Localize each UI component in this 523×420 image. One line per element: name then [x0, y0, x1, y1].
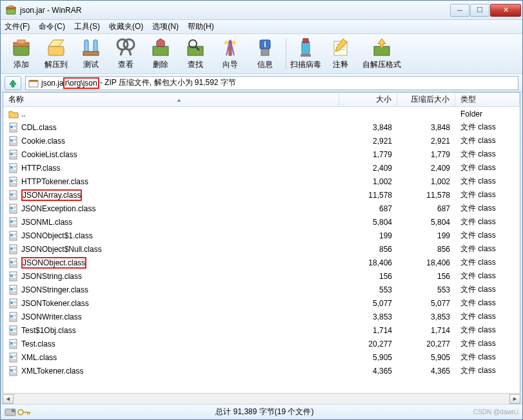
- menu-file[interactable]: 文件(F): [5, 21, 30, 32]
- svg-rect-24: [302, 41, 310, 54]
- sfx-button[interactable]: 自解压格式: [359, 37, 405, 72]
- svg-text:i: i: [264, 40, 266, 49]
- file-name: Test$1Obj.class: [21, 326, 76, 335]
- menu-bar: 文件(F) 命令(C) 工具(S) 收藏夹(O) 选项(N) 帮助(H): [1, 20, 522, 34]
- extract-icon: [46, 37, 66, 58]
- svg-rect-107: [10, 288, 13, 291]
- file-rows: ..FolderCDL.class3,8483,848文件 classCooki…: [3, 107, 520, 393]
- table-row[interactable]: XMLTokener.class4,3654,365文件 class: [3, 364, 520, 377]
- add-icon: [11, 37, 32, 58]
- disk-icon: [5, 408, 16, 417]
- table-row[interactable]: Test$1Obj.class1,7141,714文件 class: [3, 323, 520, 337]
- file-packed: 11,578: [397, 188, 455, 202]
- table-row[interactable]: Test.class20,27720,277文件 class: [3, 337, 520, 350]
- file-type: 文件 class: [455, 161, 520, 175]
- table-row[interactable]: CDL.class3,8483,848文件 class: [3, 120, 520, 134]
- file-size: 18,406: [339, 256, 397, 269]
- file-packed: 687: [397, 202, 455, 215]
- file-size: 3,853: [339, 310, 397, 323]
- table-row[interactable]: Cookie.class2,9212,921文件 class: [3, 134, 520, 148]
- file-size: 156: [339, 269, 397, 283]
- table-row[interactable]: CookieList.class1,7791,779文件 class: [3, 148, 520, 161]
- close-button[interactable]: ✕: [490, 4, 521, 17]
- menu-help[interactable]: 帮助(H): [188, 21, 214, 32]
- table-row[interactable]: JSONWriter.class3,8533,853文件 class: [3, 310, 520, 323]
- parent-row[interactable]: ..Folder: [3, 107, 520, 120]
- table-row[interactable]: JSONObject.class18,40618,406文件 class: [3, 256, 520, 269]
- menu-commands[interactable]: 命令(C): [39, 21, 65, 32]
- svg-rect-6: [48, 46, 64, 55]
- info-button[interactable]: i信息: [248, 37, 282, 72]
- file-size: 5,077: [339, 296, 397, 310]
- wizard-button[interactable]: 向导: [213, 37, 247, 72]
- find-button[interactable]: 查找: [179, 37, 212, 72]
- file-packed: 1,714: [397, 323, 455, 337]
- path-bar: json.jar\org\json - ZIP 压缩文件, 解包大小为 91,5…: [1, 74, 522, 92]
- svg-rect-35: [10, 126, 13, 128]
- table-row[interactable]: HTTPTokener.class1,0021,002文件 class: [3, 175, 520, 188]
- svg-point-19: [224, 41, 228, 44]
- up-button[interactable]: [5, 76, 21, 90]
- file-list: 名称▴ 大小 压缩后大小 类型 ..FolderCDL.class3,8483,…: [3, 92, 520, 393]
- file-name: JSONObject.class: [21, 257, 86, 269]
- table-row[interactable]: JSONObject$1.class199199文件 class: [3, 229, 520, 242]
- file-type: 文件 class: [455, 215, 520, 229]
- table-row[interactable]: JSONStringer.class553553文件 class: [3, 283, 520, 296]
- svg-line-12: [121, 50, 123, 55]
- file-name: HTTP.class: [21, 164, 60, 173]
- file-name: XML.class: [21, 353, 57, 362]
- comment-button[interactable]: 注释: [324, 37, 357, 72]
- table-row[interactable]: HTTP.class2,4092,409文件 class: [3, 161, 520, 175]
- file-packed: 18,406: [397, 256, 455, 269]
- file-name: JSONStringer.class: [21, 285, 88, 294]
- path-highlighted: r\org\json: [63, 77, 99, 89]
- table-row[interactable]: JSONTokener.class5,0775,077文件 class: [3, 296, 520, 310]
- test-button[interactable]: 测试: [74, 37, 108, 72]
- table-row[interactable]: JSONString.class156156文件 class: [3, 269, 520, 283]
- svg-line-13: [129, 50, 131, 55]
- menu-favorites[interactable]: 收藏夹(O): [109, 21, 143, 32]
- table-row[interactable]: JSONArray.class11,57811,578文件 class: [3, 188, 520, 202]
- h-scrollbar[interactable]: ◄ ►: [3, 393, 520, 404]
- add-button[interactable]: 添加: [5, 37, 38, 72]
- delete-button[interactable]: 删除: [144, 37, 177, 72]
- file-size: 5,905: [339, 350, 397, 364]
- svg-rect-53: [10, 166, 13, 169]
- scan-button[interactable]: 扫描病毒: [289, 37, 322, 72]
- file-name: ..: [21, 110, 26, 119]
- file-packed: 856: [397, 242, 455, 256]
- col-packed[interactable]: 压缩后大小: [397, 93, 455, 106]
- file-packed: 4,365: [397, 364, 455, 377]
- test-icon: [81, 37, 101, 58]
- table-row[interactable]: JSONException.class687687文件 class: [3, 202, 520, 215]
- table-row[interactable]: JSONObject$Null.class856856文件 class: [3, 242, 520, 256]
- file-type: 文件 class: [455, 296, 520, 310]
- svg-rect-89: [10, 247, 13, 250]
- file-size: 5,804: [339, 215, 397, 229]
- file-packed: 1,002: [397, 175, 455, 188]
- minimize-button[interactable]: ─: [450, 4, 469, 17]
- col-size[interactable]: 大小: [339, 93, 397, 106]
- column-headers: 名称▴ 大小 压缩后大小 类型: [3, 93, 520, 107]
- col-name[interactable]: 名称▴: [3, 93, 339, 106]
- path-field[interactable]: json.jar\org\json - ZIP 压缩文件, 解包大小为 91,5…: [25, 76, 518, 90]
- table-row[interactable]: JSONML.class5,8045,804文件 class: [3, 215, 520, 229]
- maximize-button[interactable]: ☐: [470, 4, 489, 17]
- file-packed: 5,804: [397, 215, 455, 229]
- extract-button[interactable]: 解压到: [39, 37, 73, 72]
- svg-rect-47: [10, 153, 13, 155]
- svg-rect-2: [9, 6, 13, 8]
- app-window: json.jar - WinRAR ─ ☐ ✕ 文件(F) 命令(C) 工具(S…: [0, 0, 523, 420]
- scroll-right-icon[interactable]: ►: [509, 394, 520, 404]
- scroll-left-icon[interactable]: ◄: [3, 394, 14, 404]
- svg-point-11: [124, 39, 134, 50]
- file-packed: 2,921: [397, 134, 455, 148]
- file-size: 199: [339, 229, 397, 242]
- file-type: 文件 class: [455, 350, 520, 364]
- view-button[interactable]: 查看: [109, 37, 143, 72]
- menu-options[interactable]: 选项(N): [152, 21, 179, 32]
- menu-tools[interactable]: 工具(S): [74, 21, 100, 32]
- table-row[interactable]: XML.class5,9055,905文件 class: [3, 350, 520, 364]
- svg-rect-101: [10, 274, 13, 277]
- col-type[interactable]: 类型: [455, 93, 520, 106]
